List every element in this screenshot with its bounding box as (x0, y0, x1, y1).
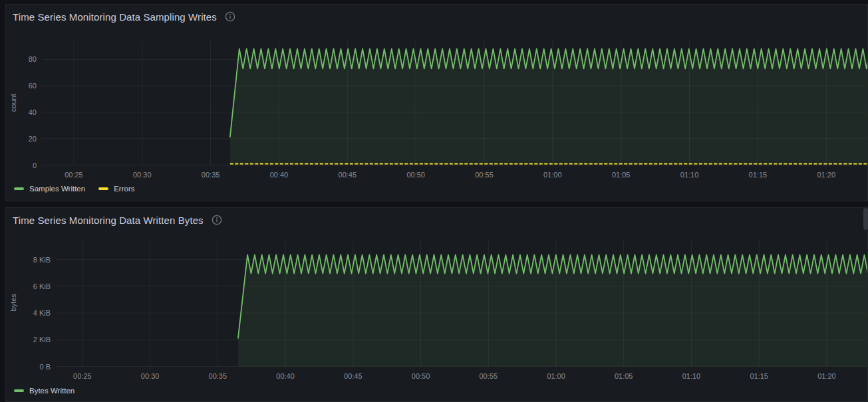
y-tick-label: 20 (29, 135, 37, 143)
x-tick-label: 01:05 (612, 171, 631, 179)
y-tick-label: 2 KiB (33, 336, 51, 344)
x-tick-label: 01:15 (749, 171, 768, 179)
y-axis-label: count (9, 94, 17, 112)
x-tick-label: 01:15 (750, 372, 768, 380)
x-tick-label: 01:20 (817, 171, 835, 179)
x-tick-label: 00:45 (344, 372, 362, 380)
legend-swatch-icon (14, 187, 24, 190)
x-tick-label: 00:50 (406, 171, 425, 179)
y-tick-label: 6 KiB (33, 282, 51, 290)
y-tick-label: 80 (29, 55, 37, 63)
legend-item-bytes-written[interactable]: Bytes Written (14, 387, 74, 395)
x-tick-label: 01:00 (543, 171, 562, 179)
x-tick-label: 00:25 (65, 171, 83, 179)
x-tick-label: 00:25 (73, 372, 92, 380)
x-tick-label: 01:00 (547, 372, 565, 380)
legend-item-errors[interactable]: Errors (98, 185, 134, 193)
x-tick-label: 01:20 (817, 372, 836, 380)
x-tick-label: 01:05 (615, 372, 633, 380)
scrollbar-thumb[interactable] (863, 208, 868, 230)
x-tick-label: 00:40 (270, 171, 289, 179)
dashboard-page: { "theme": { "page_bg": "#111217", "pane… (0, 0, 868, 402)
x-tick-label: 00:55 (475, 171, 494, 179)
x-tick-label: 00:50 (412, 372, 430, 380)
x-tick-label: 01:10 (682, 372, 701, 380)
y-tick-label: 4 KiB (33, 309, 51, 317)
x-tick-label: 00:35 (202, 171, 220, 179)
panel-sampling-writes: Time Series Monitoring Data Sampling Wri… (5, 4, 868, 201)
y-axis-label: bytes (9, 294, 17, 312)
legend-item-samples-written[interactable]: Samples Written (14, 185, 85, 193)
written-bytes-legend: Bytes Written (14, 387, 88, 395)
x-tick-label: 01:10 (680, 171, 699, 179)
y-tick-label: 40 (29, 108, 37, 116)
sampling-writes-legend: Samples WrittenErrors (14, 185, 148, 193)
y-tick-label: 60 (29, 82, 37, 90)
written-bytes-chart[interactable]: 0 B2 KiB4 KiB6 KiB8 KiB00:2500:3000:3500… (6, 208, 868, 402)
x-tick-label: 00:55 (480, 372, 498, 380)
panel-written-bytes: Time Series Monitoring Data Written Byte… (5, 207, 868, 402)
y-tick-label: 0 B (39, 363, 51, 371)
legend-swatch-icon (98, 187, 108, 190)
legend-label: Samples Written (29, 185, 85, 193)
sampling-writes-chart[interactable]: 02040608000:2500:3000:3500:4000:4500:500… (6, 5, 868, 201)
legend-label: Errors (114, 185, 134, 193)
x-tick-label: 00:35 (209, 372, 227, 380)
y-tick-label: 0 (33, 161, 37, 169)
legend-swatch-icon (14, 389, 24, 392)
x-tick-label: 00:30 (141, 372, 160, 380)
x-tick-label: 00:45 (339, 171, 357, 179)
y-tick-label: 8 KiB (33, 256, 51, 264)
x-tick-label: 00:40 (276, 372, 295, 380)
legend-label: Bytes Written (29, 387, 74, 395)
x-tick-label: 00:30 (133, 171, 152, 179)
